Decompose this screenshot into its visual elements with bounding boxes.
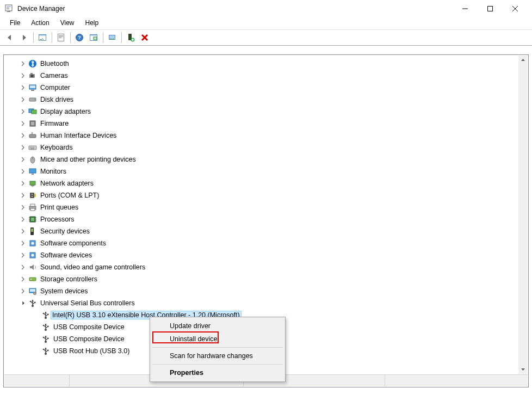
tree-node[interactable]: Network adapters bbox=[8, 177, 518, 189]
properties-button[interactable] bbox=[54, 31, 67, 44]
svg-rect-3 bbox=[7, 9, 9, 9]
expand-icon[interactable] bbox=[18, 121, 27, 126]
svg-rect-20 bbox=[94, 37, 97, 40]
usb-icon bbox=[41, 311, 50, 319]
show-hide-tree-button[interactable] bbox=[36, 31, 49, 44]
svg-point-77 bbox=[30, 279, 32, 280]
scroll-thumb[interactable] bbox=[518, 65, 528, 365]
expand-icon[interactable] bbox=[18, 217, 27, 222]
tree-node[interactable]: Processors bbox=[8, 213, 518, 225]
tree-node-label: Storage controllers bbox=[39, 275, 98, 283]
usb-icon bbox=[41, 323, 50, 331]
tree-node[interactable]: Firmware bbox=[8, 118, 518, 130]
tree-node-label: Monitors bbox=[39, 168, 67, 175]
minimize-button[interactable] bbox=[453, 0, 478, 17]
tree-node-label: Computer bbox=[39, 84, 71, 91]
close-button[interactable] bbox=[503, 0, 528, 17]
expand-icon[interactable] bbox=[18, 229, 27, 234]
svg-rect-46 bbox=[33, 147, 34, 148]
monitor-icon bbox=[28, 167, 37, 176]
menu-view[interactable]: View bbox=[56, 18, 79, 28]
expand-icon[interactable] bbox=[18, 169, 27, 174]
computer-icon bbox=[28, 83, 37, 92]
expand-icon[interactable] bbox=[18, 264, 27, 270]
menu-action[interactable]: Action bbox=[27, 18, 53, 28]
svg-rect-79 bbox=[30, 289, 35, 292]
forward-button[interactable] bbox=[17, 31, 30, 44]
svg-point-57 bbox=[32, 196, 33, 197]
expand-icon[interactable] bbox=[18, 181, 27, 186]
svg-rect-14 bbox=[59, 36, 63, 37]
tree-node-label: Firmware bbox=[39, 120, 70, 127]
usb-icon bbox=[28, 299, 37, 307]
tree-node[interactable]: Monitors bbox=[8, 165, 518, 177]
tree-node[interactable]: Software devices bbox=[8, 249, 518, 261]
tree-node[interactable]: Disk drives bbox=[8, 94, 518, 106]
scroll-down-button[interactable] bbox=[518, 365, 528, 374]
show-hidden-button[interactable] bbox=[106, 31, 119, 44]
firmware-icon bbox=[28, 119, 37, 128]
expand-icon[interactable] bbox=[18, 288, 27, 294]
svg-rect-13 bbox=[59, 35, 63, 36]
tree-node[interactable]: Ports (COM & LPT) bbox=[8, 189, 518, 201]
maximize-button[interactable] bbox=[478, 0, 503, 17]
tree-node-label: Mice and other pointing devices bbox=[39, 156, 137, 163]
tree-node[interactable]: Display adapters bbox=[8, 106, 518, 118]
ctx-scan-hardware[interactable]: Scan for hardware changes bbox=[151, 349, 284, 362]
svg-rect-55 bbox=[30, 193, 34, 198]
scroll-up-button[interactable] bbox=[518, 56, 528, 65]
tree-node[interactable]: Storage controllers bbox=[8, 273, 518, 285]
tree-node-label: Cameras bbox=[39, 72, 69, 79]
ctx-properties[interactable]: Properties bbox=[151, 366, 284, 379]
tree-node-label: USB Composite Device bbox=[52, 323, 126, 331]
vertical-scrollbar[interactable] bbox=[518, 56, 528, 374]
ctx-uninstall-device[interactable]: Uninstall device bbox=[151, 333, 284, 346]
back-button[interactable] bbox=[3, 31, 16, 44]
expand-icon[interactable] bbox=[18, 85, 27, 90]
expand-icon[interactable] bbox=[18, 61, 27, 66]
tree-node[interactable]: Keyboards bbox=[8, 141, 518, 153]
tree-node[interactable]: Sound, video and game controllers bbox=[8, 261, 518, 273]
collapse-icon[interactable] bbox=[18, 300, 27, 306]
port-icon bbox=[28, 191, 37, 200]
tree-node[interactable]: Print queues bbox=[8, 201, 518, 213]
menu-file[interactable]: File bbox=[5, 18, 24, 28]
expand-icon[interactable] bbox=[18, 145, 27, 150]
help-button[interactable]: ? bbox=[73, 31, 86, 44]
scan-hardware-button[interactable] bbox=[87, 31, 100, 44]
svg-rect-34 bbox=[31, 90, 34, 91]
window-title: Device Manager bbox=[17, 5, 453, 13]
expand-icon[interactable] bbox=[18, 193, 27, 198]
tree-node[interactable]: Human Interface Devices bbox=[8, 130, 518, 141]
expand-icon[interactable] bbox=[18, 157, 27, 162]
expand-icon[interactable] bbox=[18, 276, 27, 282]
tree-node[interactable]: System devices bbox=[8, 285, 518, 297]
svg-rect-2 bbox=[7, 8, 9, 8]
svg-rect-58 bbox=[34, 194, 36, 197]
tree-node-label: Print queues bbox=[39, 204, 79, 211]
expand-icon[interactable] bbox=[18, 205, 27, 210]
menu-help[interactable]: Help bbox=[81, 18, 103, 28]
expand-icon[interactable] bbox=[18, 241, 27, 246]
expand-icon[interactable] bbox=[18, 97, 27, 102]
tree-node[interactable]: Cameras bbox=[8, 70, 518, 82]
tree-node[interactable]: Security devices bbox=[8, 225, 518, 237]
tree-node-label: Universal Serial Bus controllers bbox=[39, 299, 136, 307]
svg-point-30 bbox=[31, 75, 34, 77]
tree-node[interactable]: Bluetooth bbox=[8, 58, 518, 70]
expand-icon[interactable] bbox=[18, 73, 27, 78]
ctx-update-driver[interactable]: Update driver bbox=[151, 319, 284, 333]
tree-node[interactable]: Computer bbox=[8, 82, 518, 94]
expand-icon[interactable] bbox=[18, 253, 27, 258]
tree-node-label: Display adapters bbox=[39, 108, 92, 115]
svg-point-81 bbox=[34, 293, 35, 294]
tree-node[interactable]: Universal Serial Bus controllers bbox=[8, 297, 518, 309]
svg-point-109 bbox=[43, 349, 45, 350]
add-legacy-button[interactable] bbox=[124, 31, 137, 44]
tree-node[interactable]: Software components bbox=[8, 237, 518, 249]
svg-rect-19 bbox=[90, 35, 97, 36]
uninstall-button[interactable] bbox=[138, 31, 151, 44]
tree-node[interactable]: Mice and other pointing devices bbox=[8, 153, 518, 165]
expand-icon[interactable] bbox=[18, 109, 27, 114]
expand-icon[interactable] bbox=[18, 133, 27, 138]
